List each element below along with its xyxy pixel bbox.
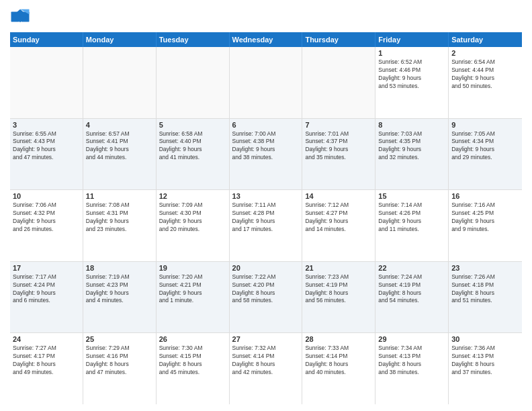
day-number: 18: [86, 264, 153, 272]
calendar-cell-21: 21Sunrise: 7:23 AM Sunset: 4:19 PM Dayli…: [302, 262, 375, 333]
calendar-cell-19: 19Sunrise: 7:20 AM Sunset: 4:21 PM Dayli…: [157, 262, 230, 333]
day-info: Sunrise: 7:14 AM Sunset: 4:26 PM Dayligh…: [378, 201, 445, 234]
day-info: Sunrise: 7:24 AM Sunset: 4:19 PM Dayligh…: [378, 273, 445, 306]
day-info: Sunrise: 7:09 AM Sunset: 4:30 PM Dayligh…: [159, 201, 226, 234]
calendar-cell-7: 7Sunrise: 7:01 AM Sunset: 4:37 PM Daylig…: [302, 119, 375, 190]
day-number: 20: [232, 264, 300, 272]
calendar-row-2: 10Sunrise: 7:06 AM Sunset: 4:32 PM Dayli…: [10, 190, 522, 262]
day-number: 8: [378, 121, 445, 129]
calendar-cell-empty: [157, 47, 230, 118]
day-info: Sunrise: 7:03 AM Sunset: 4:35 PM Dayligh…: [378, 130, 445, 163]
calendar-cell-14: 14Sunrise: 7:12 AM Sunset: 4:27 PM Dayli…: [302, 190, 375, 261]
day-info: Sunrise: 7:27 AM Sunset: 4:17 PM Dayligh…: [13, 345, 80, 377]
calendar-cell-15: 15Sunrise: 7:14 AM Sunset: 4:26 PM Dayli…: [375, 190, 449, 261]
calendar-cell-13: 13Sunrise: 7:11 AM Sunset: 4:28 PM Dayli…: [230, 190, 303, 261]
calendar-cell-1: 1Sunrise: 6:52 AM Sunset: 4:46 PM Daylig…: [375, 47, 449, 118]
calendar-cell-empty: [10, 47, 83, 118]
calendar-cell-empty: [230, 47, 303, 118]
day-number: 13: [232, 192, 300, 200]
calendar-cell-17: 17Sunrise: 7:17 AM Sunset: 4:24 PM Dayli…: [10, 262, 83, 333]
header-day-friday: Friday: [375, 32, 449, 47]
day-info: Sunrise: 7:19 AM Sunset: 4:23 PM Dayligh…: [86, 273, 153, 306]
calendar-cell-10: 10Sunrise: 7:06 AM Sunset: 4:32 PM Dayli…: [10, 190, 83, 261]
day-info: Sunrise: 7:30 AM Sunset: 4:15 PM Dayligh…: [159, 345, 226, 377]
calendar-row-3: 17Sunrise: 7:17 AM Sunset: 4:24 PM Dayli…: [10, 262, 522, 334]
day-info: Sunrise: 7:36 AM Sunset: 4:13 PM Dayligh…: [451, 345, 519, 377]
day-number: 28: [305, 335, 372, 343]
header: [10, 7, 522, 27]
calendar: SundayMondayTuesdayWednesdayThursdayFrid…: [10, 32, 522, 404]
day-number: 25: [86, 335, 153, 343]
day-info: Sunrise: 7:20 AM Sunset: 4:21 PM Dayligh…: [159, 273, 226, 306]
day-number: 15: [378, 192, 445, 200]
calendar-cell-26: 26Sunrise: 7:30 AM Sunset: 4:15 PM Dayli…: [157, 333, 230, 404]
calendar-cell-12: 12Sunrise: 7:09 AM Sunset: 4:30 PM Dayli…: [157, 190, 230, 261]
day-info: Sunrise: 7:11 AM Sunset: 4:28 PM Dayligh…: [232, 201, 300, 234]
day-info: Sunrise: 7:29 AM Sunset: 4:16 PM Dayligh…: [86, 345, 153, 377]
calendar-cell-30: 30Sunrise: 7:36 AM Sunset: 4:13 PM Dayli…: [449, 333, 522, 404]
day-number: 2: [451, 49, 519, 57]
day-number: 5: [159, 121, 226, 129]
calendar-body: 1Sunrise: 6:52 AM Sunset: 4:46 PM Daylig…: [10, 47, 522, 404]
calendar-cell-23: 23Sunrise: 7:26 AM Sunset: 4:18 PM Dayli…: [449, 262, 522, 333]
day-number: 23: [451, 264, 519, 272]
calendar-cell-3: 3Sunrise: 6:55 AM Sunset: 4:43 PM Daylig…: [10, 119, 83, 190]
calendar-cell-18: 18Sunrise: 7:19 AM Sunset: 4:23 PM Dayli…: [83, 262, 157, 333]
calendar-cell-8: 8Sunrise: 7:03 AM Sunset: 4:35 PM Daylig…: [375, 119, 449, 190]
calendar-cell-24: 24Sunrise: 7:27 AM Sunset: 4:17 PM Dayli…: [10, 333, 83, 404]
day-number: 29: [378, 335, 445, 343]
day-info: Sunrise: 7:01 AM Sunset: 4:37 PM Dayligh…: [305, 130, 372, 163]
day-number: 1: [378, 49, 445, 57]
day-number: 22: [378, 264, 445, 272]
day-info: Sunrise: 6:57 AM Sunset: 4:41 PM Dayligh…: [86, 130, 153, 163]
calendar-header: SundayMondayTuesdayWednesdayThursdayFrid…: [10, 32, 522, 47]
day-info: Sunrise: 7:23 AM Sunset: 4:19 PM Dayligh…: [305, 273, 372, 306]
calendar-cell-29: 29Sunrise: 7:34 AM Sunset: 4:13 PM Dayli…: [375, 333, 449, 404]
day-info: Sunrise: 7:08 AM Sunset: 4:31 PM Dayligh…: [86, 201, 153, 234]
day-info: Sunrise: 7:06 AM Sunset: 4:32 PM Dayligh…: [13, 201, 80, 234]
logo-icon: [10, 7, 30, 27]
header-day-tuesday: Tuesday: [157, 32, 230, 47]
logo: [10, 7, 32, 27]
day-info: Sunrise: 7:16 AM Sunset: 4:25 PM Dayligh…: [451, 201, 519, 234]
calendar-row-0: 1Sunrise: 6:52 AM Sunset: 4:46 PM Daylig…: [10, 47, 522, 119]
day-number: 6: [232, 121, 300, 129]
calendar-cell-27: 27Sunrise: 7:32 AM Sunset: 4:14 PM Dayli…: [230, 333, 303, 404]
calendar-cell-4: 4Sunrise: 6:57 AM Sunset: 4:41 PM Daylig…: [83, 119, 157, 190]
calendar-cell-9: 9Sunrise: 7:05 AM Sunset: 4:34 PM Daylig…: [449, 119, 522, 190]
page: SundayMondayTuesdayWednesdayThursdayFrid…: [0, 0, 532, 411]
day-info: Sunrise: 7:32 AM Sunset: 4:14 PM Dayligh…: [232, 345, 300, 377]
day-info: Sunrise: 7:00 AM Sunset: 4:38 PM Dayligh…: [232, 130, 300, 163]
day-info: Sunrise: 7:12 AM Sunset: 4:27 PM Dayligh…: [305, 201, 372, 234]
calendar-cell-28: 28Sunrise: 7:33 AM Sunset: 4:14 PM Dayli…: [302, 333, 375, 404]
day-number: 27: [232, 335, 300, 343]
day-number: 7: [305, 121, 372, 129]
day-info: Sunrise: 7:26 AM Sunset: 4:18 PM Dayligh…: [451, 273, 519, 306]
day-number: 26: [159, 335, 226, 343]
day-info: Sunrise: 7:33 AM Sunset: 4:14 PM Dayligh…: [305, 345, 372, 377]
day-info: Sunrise: 6:52 AM Sunset: 4:46 PM Dayligh…: [378, 58, 445, 91]
calendar-cell-20: 20Sunrise: 7:22 AM Sunset: 4:20 PM Dayli…: [230, 262, 303, 333]
day-number: 21: [305, 264, 372, 272]
day-number: 14: [305, 192, 372, 200]
day-info: Sunrise: 7:34 AM Sunset: 4:13 PM Dayligh…: [378, 345, 445, 377]
calendar-cell-2: 2Sunrise: 6:54 AM Sunset: 4:44 PM Daylig…: [449, 47, 522, 118]
header-day-thursday: Thursday: [302, 32, 375, 47]
calendar-cell-6: 6Sunrise: 7:00 AM Sunset: 4:38 PM Daylig…: [230, 119, 303, 190]
calendar-cell-22: 22Sunrise: 7:24 AM Sunset: 4:19 PM Dayli…: [375, 262, 449, 333]
day-info: Sunrise: 6:54 AM Sunset: 4:44 PM Dayligh…: [451, 58, 519, 91]
header-day-sunday: Sunday: [10, 32, 83, 47]
day-number: 3: [13, 121, 80, 129]
day-info: Sunrise: 6:58 AM Sunset: 4:40 PM Dayligh…: [159, 130, 226, 163]
day-info: Sunrise: 7:17 AM Sunset: 4:24 PM Dayligh…: [13, 273, 80, 306]
day-number: 10: [13, 192, 80, 200]
header-day-saturday: Saturday: [449, 32, 522, 47]
day-number: 11: [86, 192, 153, 200]
calendar-cell-25: 25Sunrise: 7:29 AM Sunset: 4:16 PM Dayli…: [83, 333, 157, 404]
calendar-cell-5: 5Sunrise: 6:58 AM Sunset: 4:40 PM Daylig…: [157, 119, 230, 190]
day-info: Sunrise: 7:22 AM Sunset: 4:20 PM Dayligh…: [232, 273, 300, 306]
day-number: 30: [451, 335, 519, 343]
day-info: Sunrise: 6:55 AM Sunset: 4:43 PM Dayligh…: [13, 130, 80, 163]
calendar-cell-11: 11Sunrise: 7:08 AM Sunset: 4:31 PM Dayli…: [83, 190, 157, 261]
calendar-cell-empty: [302, 47, 375, 118]
